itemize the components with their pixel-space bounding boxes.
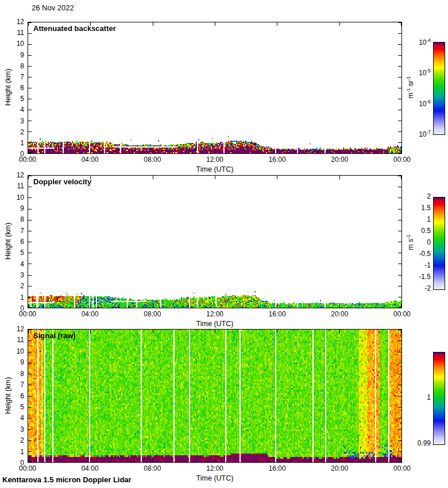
y-tick-label: 3 <box>9 117 24 125</box>
y-tick-label: 10 <box>9 193 24 202</box>
panel-title-signal: Signal (raw) <box>33 331 76 340</box>
x-tick-label: 12:00 <box>201 464 229 472</box>
y-tick-label: 0 <box>9 150 24 158</box>
backscatter-heatmap-canvas <box>28 22 401 153</box>
colorbar-velocity <box>434 197 445 289</box>
time-axis-label: Time (UTC) <box>186 320 244 328</box>
plot-area-velocity: Doppler velocity <box>28 175 402 308</box>
x-tick-label: 04:00 <box>76 464 104 472</box>
colorbar-frame <box>433 197 445 290</box>
plot-area-signal: Signal (raw) <box>28 329 402 463</box>
x-tick-label: 16:00 <box>264 156 291 164</box>
colorbar-tick-label: 2 <box>402 192 431 200</box>
y-tick-label: 9 <box>9 204 24 212</box>
instrument-label: Kenttarova 1.5 micron Doppler Lidar <box>2 475 132 484</box>
x-tick-label: 00:00 <box>388 310 416 318</box>
y-tick-label: 11 <box>9 29 24 37</box>
y-tick-label: 11 <box>9 182 24 190</box>
colorbar-tick-label: 10-4 <box>402 37 431 47</box>
y-tick-label: 10 <box>9 40 24 48</box>
y-tick-label: 9 <box>9 51 24 59</box>
y-tick-label: 0 <box>9 459 24 467</box>
x-tick-label: 16:00 <box>264 464 291 472</box>
x-tick-label: 12:00 <box>201 156 229 164</box>
panel-title-backscatter: Attenuated backscatter <box>33 24 116 33</box>
plot-area-backscatter: Attenuated backscatter <box>28 22 402 154</box>
y-tick-label: 2 <box>9 282 24 290</box>
x-tick-label: 00:00 <box>388 156 416 164</box>
y-tick-label: 0 <box>9 304 24 312</box>
height-axis-label: Height (km) <box>4 367 12 424</box>
colorbar-backscatter <box>434 42 445 134</box>
x-tick-label: 08:00 <box>138 156 166 164</box>
y-tick-label: 10 <box>9 347 24 355</box>
y-tick-label: 3 <box>9 271 24 279</box>
colorbar-signal <box>434 353 445 444</box>
y-tick-label: 12 <box>9 18 24 26</box>
x-tick-label: 20:00 <box>326 156 353 164</box>
x-tick-label: 08:00 <box>138 464 166 472</box>
y-tick-label: 1 <box>9 448 24 456</box>
x-tick-label: 20:00 <box>326 464 353 472</box>
time-axis-label: Time (UTC) <box>186 165 244 173</box>
x-tick-label: 04:00 <box>76 310 104 318</box>
colorbar-tick-label: -2 <box>402 284 431 292</box>
x-tick-label: 04:00 <box>76 156 104 164</box>
time-axis-label: Time (UTC) <box>186 474 244 482</box>
x-tick-label: 20:00 <box>326 310 353 318</box>
y-tick-label: 1 <box>9 139 24 147</box>
y-tick-label: 12 <box>9 171 24 179</box>
colorbar-unit: m-1 sr-1 <box>405 47 415 127</box>
colorbar-unit: m s-1 <box>405 202 415 282</box>
colorbar-tick-label: 0.99 <box>402 439 431 447</box>
y-tick-label: 11 <box>9 336 24 344</box>
x-tick-label: 00:00 <box>388 464 416 472</box>
y-tick-label: 2 <box>9 128 24 136</box>
height-axis-label: Height (km) <box>4 59 12 116</box>
velocity-heatmap-canvas <box>28 176 401 308</box>
x-tick-label: 12:00 <box>201 310 229 318</box>
x-tick-label: 08:00 <box>138 310 166 318</box>
colorbar-tick-label: 1 <box>402 393 431 401</box>
lidar-quicklook-figure: 26 Nov 2022 Attenuated backscatter Doppl… <box>0 0 448 488</box>
panel-title-velocity: Doppler velocity <box>33 177 91 186</box>
colorbar-frame <box>433 42 445 135</box>
y-tick-label: 3 <box>9 425 24 433</box>
colorbar-frame <box>433 352 445 445</box>
colorbar-tick-label: 10-7 <box>402 129 431 138</box>
y-tick-label: 2 <box>9 436 24 444</box>
date-label: 26 Nov 2022 <box>32 3 74 12</box>
signal-heatmap-canvas <box>28 330 401 462</box>
height-axis-label: Height (km) <box>4 212 12 270</box>
y-tick-label: 1 <box>9 293 24 301</box>
x-tick-label: 16:00 <box>264 310 291 318</box>
y-tick-label: 12 <box>9 325 24 333</box>
y-tick-label: 9 <box>9 358 24 366</box>
